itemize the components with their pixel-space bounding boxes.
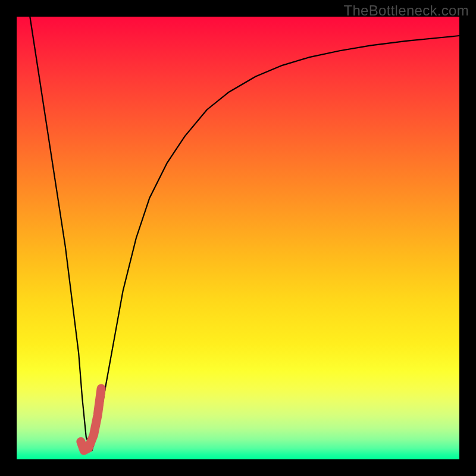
plot-area: [17, 17, 459, 459]
chart-frame: TheBottleneck.com: [0, 0, 476, 476]
curve-layer: [17, 17, 459, 459]
bottleneck-curve: [30, 17, 459, 450]
watermark-text: TheBottleneck.com: [343, 2, 469, 19]
